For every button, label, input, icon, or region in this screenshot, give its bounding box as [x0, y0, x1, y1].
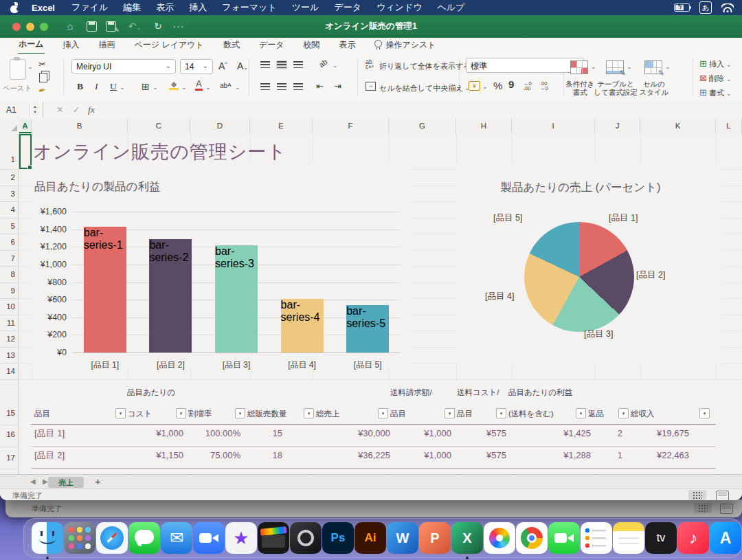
align-top-icon[interactable] — [260, 60, 271, 69]
row-header-9[interactable]: 9 — [0, 285, 15, 296]
row-header-14[interactable]: 14 — [0, 366, 15, 377]
column-header-G[interactable]: G — [389, 119, 456, 133]
apple-menu-icon[interactable] — [10, 3, 19, 13]
format-painter-icon[interactable]: ✒ — [37, 85, 47, 96]
column-header-D[interactable]: D — [190, 119, 250, 133]
accounting-format-icon[interactable]: ¥ — [469, 81, 480, 91]
dock-photos-icon[interactable] — [484, 522, 515, 554]
ribbon-tab-描画[interactable]: 描画 — [98, 38, 116, 54]
dock-safari-icon[interactable] — [96, 522, 128, 554]
menu-item[interactable]: 挿入 — [189, 1, 207, 14]
filter-dropdown-button[interactable]: ▾ — [176, 408, 186, 418]
column-header-F[interactable]: F — [313, 119, 389, 133]
table-cell[interactable]: ¥22,463 — [600, 450, 689, 461]
copy-icon[interactable] — [39, 73, 47, 82]
row-header-16[interactable]: 16 — [0, 429, 15, 440]
number-format-select[interactable]: 標準⌄ — [466, 58, 584, 73]
add-sheet-button[interactable]: + — [95, 475, 101, 487]
table-cell[interactable]: ¥575 — [417, 428, 506, 439]
borders-icon[interactable]: ⊞ — [142, 81, 150, 92]
merge-center-icon[interactable]: ↔ — [366, 82, 376, 91]
filter-dropdown-button[interactable]: ▾ — [304, 408, 314, 418]
ribbon-tab-校閲[interactable]: 校閲 — [302, 38, 320, 54]
prev-sheet-icon[interactable]: ◀ — [30, 478, 36, 485]
dock-app-store-icon[interactable]: A — [710, 522, 741, 554]
ribbon-tab-数式[interactable]: 数式 — [223, 38, 240, 54]
formula-input[interactable] — [103, 102, 742, 118]
align-bottom-icon[interactable] — [293, 60, 304, 69]
cut-icon[interactable]: ✂ — [38, 59, 46, 69]
row-header-10[interactable]: 10 — [0, 301, 15, 312]
dock-final-cut-pro-icon[interactable] — [258, 522, 289, 554]
ribbon-tab-ページ レイアウト[interactable]: ページ レイアウト — [134, 38, 205, 54]
sheet-grid[interactable]: 1234567891011121314151617オンライン販売の管理シート品目… — [0, 134, 742, 474]
dock-excel-icon[interactable]: X — [451, 522, 483, 554]
align-middle-icon[interactable] — [276, 60, 287, 69]
dock-zoom-icon[interactable] — [193, 522, 225, 554]
name-box-stepper[interactable]: ▲▼ — [29, 104, 41, 116]
ribbon-tab-表示[interactable]: 表示 — [338, 38, 356, 54]
row-header-5[interactable]: 5 — [0, 221, 15, 232]
row-header-6[interactable]: 6 — [0, 236, 15, 247]
menu-item[interactable]: 編集 — [123, 1, 141, 14]
selected-cell-a1[interactable] — [19, 134, 32, 169]
cell-styles-icon[interactable] — [644, 60, 662, 74]
menu-item[interactable]: フォーマット — [222, 1, 277, 14]
filter-dropdown-button[interactable]: ▾ — [496, 408, 506, 418]
dock-apple-tv-icon[interactable]: tv — [645, 522, 677, 554]
underline-chevron[interactable]: ⌄ — [120, 84, 125, 91]
table-cell[interactable]: 18 — [193, 450, 282, 461]
conditional-formatting-chevron[interactable]: ⌄ — [591, 63, 596, 70]
filter-dropdown-button[interactable]: ▾ — [618, 408, 629, 418]
row-header-17[interactable]: 17 — [0, 452, 15, 463]
insert-cells-button[interactable]: ⊞ 挿入 ⌄ — [699, 58, 732, 69]
menu-item[interactable]: データ — [334, 1, 361, 14]
phonetic-guide-icon[interactable]: abA — [220, 82, 231, 89]
menu-app-name[interactable]: Excel — [32, 3, 55, 13]
filter-dropdown-button[interactable]: ▾ — [235, 408, 245, 418]
text-orientation-chevron[interactable]: ⌄ — [333, 62, 338, 69]
row-header-7[interactable]: 7 — [0, 253, 15, 264]
font-color-icon[interactable]: A — [195, 79, 203, 91]
row-header-1[interactable]: 1 — [0, 154, 15, 165]
ribbon-tab-ホーム[interactable]: ホーム — [18, 37, 45, 55]
dock-logic-pro-icon[interactable] — [290, 522, 322, 554]
align-right-icon[interactable] — [293, 82, 304, 91]
format-as-table-chevron[interactable]: ⌄ — [627, 63, 632, 70]
page-layout-view-button[interactable] — [716, 491, 729, 500]
column-header-E[interactable]: E — [250, 119, 313, 133]
dock-chrome-icon[interactable] — [516, 522, 548, 554]
phonetic-guide-chevron[interactable]: ⌄ — [235, 84, 240, 91]
confirm-entry-icon[interactable]: ✓ — [73, 104, 80, 115]
format-cells-button[interactable]: ⊞ 書式 ⌄ — [699, 87, 732, 98]
format-as-table-label[interactable]: テーブルとして書式設定 — [592, 80, 639, 96]
text-orientation-icon[interactable]: ab — [317, 58, 329, 69]
filter-dropdown-button[interactable]: ▾ — [378, 408, 388, 418]
column-header-C[interactable]: C — [128, 119, 190, 133]
dock-powerpoint-icon[interactable]: P — [419, 522, 451, 554]
paste-dropdown-chevron[interactable]: ⌄ — [27, 63, 33, 70]
ribbon-tab-挿入[interactable]: 挿入 — [63, 38, 80, 54]
increase-decimal-icon[interactable]: ←0.00 — [524, 81, 532, 91]
cell-styles-chevron[interactable]: ⌄ — [665, 63, 671, 70]
accounting-format-chevron[interactable]: ⌄ — [482, 83, 488, 90]
column-header-J[interactable]: J — [595, 119, 640, 133]
dock-finder-icon[interactable] — [32, 522, 63, 554]
font-name-select[interactable]: Meiryo UI⌄ — [71, 59, 176, 74]
column-header-L[interactable]: L — [716, 119, 742, 133]
filter-dropdown-button[interactable]: ▾ — [445, 408, 455, 418]
table-cell[interactable]: ¥575 — [417, 450, 506, 461]
menu-item[interactable]: ウィンドウ — [376, 1, 423, 14]
paste-icon[interactable] — [10, 59, 26, 80]
cell-styles-label[interactable]: セルのスタイル — [635, 80, 673, 96]
dock-imovie-icon[interactable]: ★ — [225, 522, 257, 554]
fill-color-chevron[interactable]: ⌄ — [181, 84, 187, 91]
battery-icon[interactable]: ϟ — [674, 3, 690, 12]
dock-photoshop-icon[interactable]: Ps — [322, 522, 354, 554]
cancel-entry-icon[interactable]: ✕ — [56, 104, 63, 115]
increase-indent-icon[interactable]: ⇥ — [334, 81, 341, 91]
dock-messages-icon[interactable] — [128, 522, 160, 554]
input-method-icon[interactable]: あ — [699, 1, 712, 14]
row-header-13[interactable]: 13 — [0, 350, 15, 361]
row-header-2[interactable]: 2 — [0, 172, 15, 183]
